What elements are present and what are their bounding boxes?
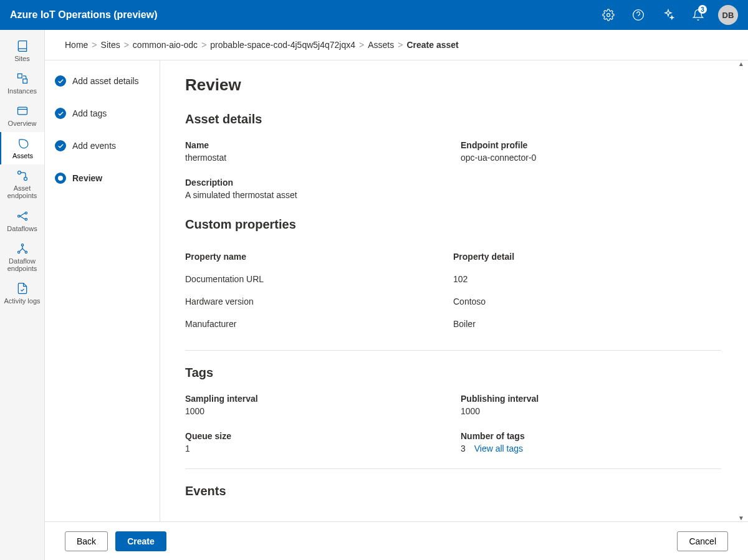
svg-point-10 [25, 212, 27, 214]
app-title: Azure IoT Operations (preview) [10, 9, 596, 21]
cancel-button[interactable]: Cancel [677, 531, 728, 551]
asset-endpoints-icon [16, 169, 29, 182]
sidebar-item-activity-logs[interactable]: Activity logs [0, 277, 44, 310]
breadcrumb-link[interactable]: Home [65, 40, 88, 50]
user-avatar[interactable]: DB [718, 5, 738, 25]
breadcrumb-separator [201, 40, 206, 50]
breadcrumb-link[interactable]: probable-space-cod-4j5qw5j4q72jqx4 [210, 40, 355, 50]
cell-detail: Contoso [453, 297, 721, 306]
sidebar-item-label: Assets [12, 152, 33, 159]
field-value-sampling: 1000 [185, 406, 446, 416]
section-heading-tags: Tags [185, 366, 723, 380]
svg-point-11 [25, 218, 27, 220]
field-label: Endpoint profile [461, 140, 721, 150]
sidebar-item-dataflows[interactable]: Dataflows [0, 205, 44, 237]
svg-point-12 [21, 244, 23, 245]
column-header: Property detail [453, 252, 721, 262]
field-label: Number of tags [461, 431, 721, 441]
sidebar-item-label: Sites [14, 55, 29, 62]
breadcrumb-link[interactable]: Sites [101, 40, 120, 50]
cell-name: Documentation URL [185, 274, 453, 284]
breadcrumb-separator [359, 40, 364, 50]
sidebar-item-assets[interactable]: Assets [0, 132, 44, 164]
sidebar-item-label: Asset endpoints [1, 184, 43, 199]
table-row: Documentation URL 102 [185, 268, 721, 290]
help-icon [632, 9, 645, 21]
scroll-down-icon: ▼ [738, 515, 747, 521]
header-actions: 3 DB [596, 2, 738, 27]
step-review[interactable]: Review [55, 173, 150, 184]
feedback-button[interactable] [656, 2, 681, 27]
custom-properties-table: Property name Property detail Documentat… [185, 245, 721, 335]
divider [185, 468, 721, 469]
field-value-queue: 1 [185, 444, 446, 453]
column-header: Property name [185, 252, 453, 262]
wizard-footer: Back Create Cancel [45, 521, 748, 560]
svg-point-1 [633, 10, 644, 21]
step-current-icon [55, 173, 66, 184]
table-row: Hardware version Contoso [185, 290, 721, 313]
overview-icon [16, 105, 29, 117]
table-row: Manufacturer Boiler [185, 313, 721, 335]
scroll-up-icon: ▲ [738, 60, 747, 67]
svg-point-7 [17, 171, 21, 174]
asset-details-grid: Name thermostat Endpoint profile opc-ua-… [185, 140, 721, 200]
help-button[interactable] [626, 2, 651, 27]
sidebar-item-asset-endpoints[interactable]: Asset endpoints [0, 164, 44, 204]
step-label: Add events [72, 141, 116, 151]
notifications-button[interactable]: 3 [686, 2, 711, 27]
wizard-steps: Add asset details Add tags Add events Re… [45, 60, 160, 521]
create-button[interactable]: Create [115, 531, 166, 551]
step-done-icon [55, 108, 66, 119]
view-all-tags-link[interactable]: View all tags [474, 444, 523, 453]
svg-point-9 [17, 215, 19, 217]
dataflows-icon [16, 210, 29, 222]
sparkle-icon [662, 9, 674, 21]
field-value-publishing: 1000 [461, 406, 721, 416]
section-heading-asset-details: Asset details [185, 112, 723, 126]
svg-point-14 [25, 251, 27, 253]
sidebar-item-dataflow-endpoints[interactable]: Dataflow endpoints [0, 237, 44, 277]
field-label: Queue size [185, 431, 446, 441]
breadcrumb-link[interactable]: Assets [368, 40, 394, 50]
cell-name: Hardware version [185, 297, 453, 306]
sidebar-item-overview[interactable]: Overview [0, 100, 44, 132]
sidebar-item-label: Instances [7, 87, 37, 95]
review-panel: Review Asset details Name thermostat End… [160, 60, 748, 521]
tags-grid: Sampling interval 1000 Publishing interv… [185, 394, 721, 453]
cell-name: Manufacturer [185, 319, 453, 329]
assets-icon [17, 137, 29, 149]
field-label: Sampling interval [185, 394, 446, 404]
step-add-events[interactable]: Add events [55, 140, 150, 151]
dataflow-endpoints-icon [16, 242, 29, 255]
notification-badge: 3 [698, 5, 707, 14]
step-label: Review [72, 173, 102, 183]
field-value-endpoint: opc-ua-connector-0 [461, 153, 721, 163]
step-add-asset-details[interactable]: Add asset details [55, 75, 150, 87]
sites-icon [16, 40, 29, 52]
svg-rect-3 [17, 74, 22, 78]
section-heading-custom-properties: Custom properties [185, 217, 723, 232]
breadcrumb-separator [398, 40, 403, 50]
field-label: Publishing interval [461, 394, 721, 404]
settings-button[interactable] [596, 2, 621, 27]
activity-logs-icon [16, 282, 29, 295]
cell-detail: 102 [453, 274, 721, 284]
svg-point-0 [607, 14, 610, 17]
sidebar-item-sites[interactable]: Sites [0, 35, 44, 67]
gear-icon [602, 9, 615, 21]
breadcrumb: Home Sites common-aio-odc probable-space… [45, 30, 748, 60]
instances-icon [16, 72, 29, 85]
sidebar-item-label: Dataflows [7, 225, 37, 232]
step-label: Add asset details [72, 76, 139, 86]
breadcrumb-current: Create asset [406, 40, 458, 50]
breadcrumb-link[interactable]: common-aio-odc [133, 40, 198, 50]
back-button[interactable]: Back [65, 531, 108, 551]
scrollbar-indicators: ▲ ▼ [738, 60, 747, 521]
svg-rect-5 [17, 107, 27, 115]
section-heading-events: Events [185, 484, 723, 498]
step-add-tags[interactable]: Add tags [55, 108, 150, 119]
sidebar-item-instances[interactable]: Instances [0, 67, 44, 100]
sidebar-item-label: Dataflow endpoints [1, 257, 43, 272]
header-bar: Azure IoT Operations (preview) 3 DB [0, 0, 748, 30]
